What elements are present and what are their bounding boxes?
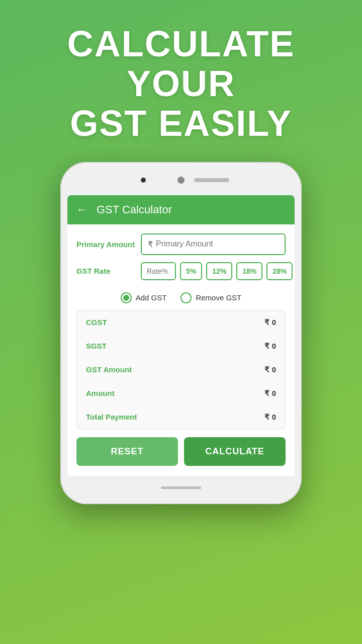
gst-mode-row: Add GST Remove GST: [76, 287, 286, 310]
hero-line1: CALCULATE: [67, 24, 295, 64]
primary-amount-input[interactable]: [156, 239, 279, 249]
sgst-label: SGST: [86, 342, 107, 350]
back-button[interactable]: ←: [76, 203, 87, 216]
gst-amount-label: GST Amount: [86, 365, 132, 374]
rupee-icon: ₹: [148, 239, 153, 249]
phone-device: ← GST Calculator Primary Amount ₹ GST Ra…: [60, 162, 302, 504]
calculate-button[interactable]: CALCULATE: [184, 437, 286, 466]
remove-gst-radio[interactable]: [180, 292, 192, 303]
front-camera-icon: [141, 178, 146, 183]
add-gst-option[interactable]: Add GST: [121, 292, 167, 303]
reset-button[interactable]: RESET: [76, 437, 178, 466]
primary-amount-row: Primary Amount ₹: [76, 233, 286, 255]
sgst-value: ₹ 0: [264, 342, 276, 351]
phone-dot-icon: [177, 177, 185, 184]
phone-speaker-icon: [194, 178, 229, 182]
amount-label: Amount: [86, 389, 115, 397]
total-payment-value: ₹ 0: [264, 413, 276, 422]
screen-content: Primary Amount ₹ GST Rate 5% 12% 18% 28%: [67, 224, 295, 476]
phone-bottom-bar: [67, 481, 295, 495]
total-payment-row: Total Payment ₹ 0: [77, 406, 285, 429]
rate-buttons-group: 5% 12% 18% 28%: [141, 262, 293, 280]
cgst-row: CGST ₹ 0: [77, 311, 285, 335]
cgst-label: CGST: [86, 318, 107, 327]
app-bar: ← GST Calculator: [67, 195, 295, 224]
gst-amount-row: GST Amount ₹ 0: [77, 358, 285, 382]
remove-gst-option[interactable]: Remove GST: [180, 292, 241, 303]
action-buttons: RESET CALCULATE: [76, 437, 286, 476]
primary-amount-label: Primary Amount: [76, 240, 136, 249]
amount-value: ₹ 0: [264, 389, 276, 398]
phone-top-bar: [67, 171, 295, 189]
add-gst-label: Add GST: [136, 293, 167, 302]
total-payment-label: Total Payment: [86, 413, 137, 421]
results-table: CGST ₹ 0 SGST ₹ 0 GST Amount ₹ 0 Amount …: [76, 310, 286, 429]
rate-input[interactable]: [141, 262, 176, 280]
hero-line3: GST EASILY: [70, 103, 292, 143]
rate-btn-12[interactable]: 12%: [206, 262, 232, 280]
app-title: GST Calculator: [97, 203, 172, 216]
amount-row: Amount ₹ 0: [77, 382, 285, 406]
rate-btn-18[interactable]: 18%: [236, 262, 262, 280]
gst-rate-row: GST Rate 5% 12% 18% 28%: [76, 262, 286, 280]
phone-screen: ← GST Calculator Primary Amount ₹ GST Ra…: [67, 195, 295, 476]
rate-btn-28[interactable]: 28%: [266, 262, 293, 280]
remove-gst-label: Remove GST: [196, 293, 241, 302]
cgst-value: ₹ 0: [264, 318, 276, 327]
hero-line2: YOUR: [127, 63, 235, 104]
rate-btn-5[interactable]: 5%: [180, 262, 202, 280]
primary-amount-input-wrapper: ₹: [141, 233, 286, 255]
hero-section: CALCULATE YOUR GST EASILY: [67, 24, 295, 144]
gst-amount-value: ₹ 0: [264, 365, 276, 374]
home-indicator: [161, 487, 201, 489]
gst-rate-label: GST Rate: [76, 267, 136, 275]
add-gst-radio[interactable]: [121, 292, 132, 303]
sgst-row: SGST ₹ 0: [77, 335, 285, 358]
